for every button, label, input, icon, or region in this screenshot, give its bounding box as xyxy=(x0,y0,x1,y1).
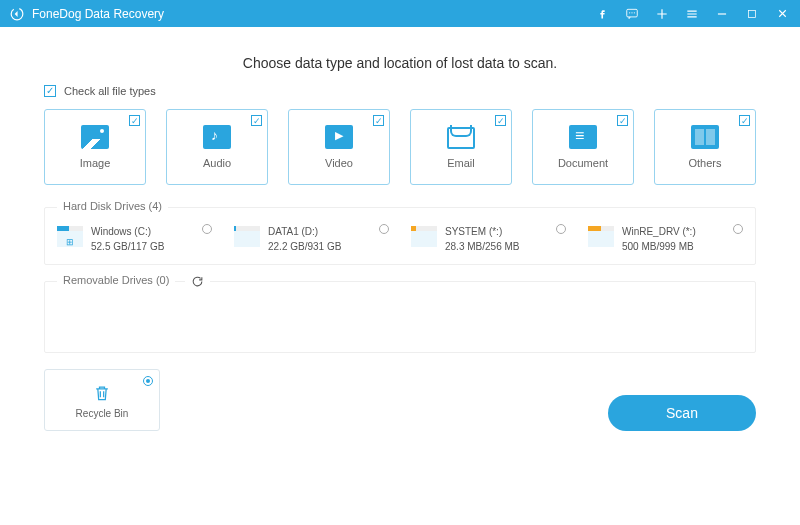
app-logo-icon xyxy=(10,7,24,21)
drive-icon xyxy=(588,226,614,247)
close-icon[interactable] xyxy=(774,6,790,22)
drive-icon xyxy=(234,226,260,247)
add-icon[interactable] xyxy=(654,6,670,22)
drive-radio[interactable] xyxy=(733,224,743,234)
svg-point-2 xyxy=(629,12,630,13)
recycle-radio[interactable] xyxy=(143,376,153,386)
drive-name: SYSTEM (*:) xyxy=(445,224,519,239)
type-label: Audio xyxy=(203,157,231,169)
others-icon xyxy=(691,125,719,149)
svg-point-3 xyxy=(631,12,632,13)
type-video[interactable]: ✓ Video xyxy=(288,109,390,185)
drive-name: DATA1 (D:) xyxy=(268,224,341,239)
drive-item[interactable]: ⊞ Windows (C:) 52.5 GB/117 GB xyxy=(57,224,212,254)
drive-icon: ⊞ xyxy=(57,226,83,247)
app-title: FoneDog Data Recovery xyxy=(32,7,580,21)
drive-radio[interactable] xyxy=(379,224,389,234)
drive-radio[interactable] xyxy=(202,224,212,234)
trash-icon xyxy=(92,382,112,404)
drive-item[interactable]: DATA1 (D:) 22.2 GB/931 GB xyxy=(234,224,389,254)
type-email-checkbox[interactable]: ✓ xyxy=(495,115,506,126)
drive-capacity: 22.2 GB/931 GB xyxy=(268,239,341,254)
removable-group-title: Removable Drives (0) xyxy=(57,274,175,286)
facebook-icon[interactable] xyxy=(594,6,610,22)
drive-item[interactable]: WinRE_DRV (*:) 500 MB/999 MB xyxy=(588,224,743,254)
type-email[interactable]: ✓ Email xyxy=(410,109,512,185)
refresh-icon[interactable] xyxy=(185,274,210,292)
check-all-row[interactable]: ✓ Check all file types xyxy=(44,85,756,97)
audio-icon xyxy=(203,125,231,149)
scan-button[interactable]: Scan xyxy=(608,395,756,431)
drive-capacity: 28.3 MB/256 MB xyxy=(445,239,519,254)
hdd-group: Hard Disk Drives (4) ⊞ Windows (C:) 52.5… xyxy=(44,207,756,265)
type-label: Email xyxy=(447,157,475,169)
check-all-checkbox[interactable]: ✓ xyxy=(44,85,56,97)
video-icon xyxy=(325,125,353,149)
type-image-checkbox[interactable]: ✓ xyxy=(129,115,140,126)
type-document[interactable]: ✓ Document xyxy=(532,109,634,185)
recycle-label: Recycle Bin xyxy=(76,408,129,419)
email-icon xyxy=(447,125,475,149)
drive-capacity: 500 MB/999 MB xyxy=(622,239,696,254)
hdd-group-title: Hard Disk Drives (4) xyxy=(57,200,168,212)
type-image[interactable]: ✓ Image xyxy=(44,109,146,185)
type-audio[interactable]: ✓ Audio xyxy=(166,109,268,185)
feedback-icon[interactable] xyxy=(624,6,640,22)
file-types-row: ✓ Image ✓ Audio ✓ Video ✓ Email ✓ Docume… xyxy=(44,109,756,185)
type-video-checkbox[interactable]: ✓ xyxy=(373,115,384,126)
drive-name: WinRE_DRV (*:) xyxy=(622,224,696,239)
type-others-checkbox[interactable]: ✓ xyxy=(739,115,750,126)
type-label: Image xyxy=(80,157,111,169)
document-icon xyxy=(569,125,597,149)
type-label: Video xyxy=(325,157,353,169)
type-others[interactable]: ✓ Others xyxy=(654,109,756,185)
drive-capacity: 52.5 GB/117 GB xyxy=(91,239,164,254)
maximize-icon[interactable] xyxy=(744,6,760,22)
type-audio-checkbox[interactable]: ✓ xyxy=(251,115,262,126)
menu-icon[interactable] xyxy=(684,6,700,22)
type-label: Document xyxy=(558,157,608,169)
page-headline: Choose data type and location of lost da… xyxy=(44,55,756,71)
drive-radio[interactable] xyxy=(556,224,566,234)
title-bar: FoneDog Data Recovery xyxy=(0,0,800,27)
svg-point-4 xyxy=(634,12,635,13)
drive-icon xyxy=(411,226,437,247)
removable-group: Removable Drives (0) xyxy=(44,281,756,353)
image-icon xyxy=(81,125,109,149)
svg-rect-5 xyxy=(749,10,756,17)
minimize-icon[interactable] xyxy=(714,6,730,22)
type-label: Others xyxy=(688,157,721,169)
drive-name: Windows (C:) xyxy=(91,224,164,239)
type-document-checkbox[interactable]: ✓ xyxy=(617,115,628,126)
recycle-bin[interactable]: Recycle Bin xyxy=(44,369,160,431)
drive-item[interactable]: SYSTEM (*:) 28.3 MB/256 MB xyxy=(411,224,566,254)
check-all-label: Check all file types xyxy=(64,85,156,97)
